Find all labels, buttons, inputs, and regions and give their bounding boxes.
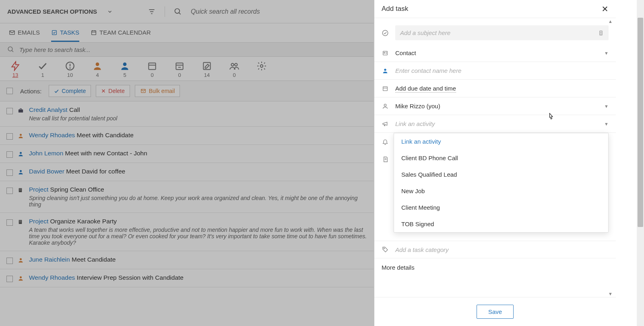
activity-option[interactable]: Client Meeting [394, 199, 608, 216]
activity-dropdown[interactable]: Link an activityClient BD Phone CallSale… [394, 133, 609, 233]
task-link[interactable]: June Raichlein [29, 256, 70, 263]
svg-point-17 [96, 62, 99, 66]
task-checkbox[interactable] [6, 169, 13, 176]
filter-icon[interactable] [147, 7, 157, 17]
select-all-checkbox[interactable] [6, 88, 13, 94]
activity-option[interactable]: Client BD Phone Call [394, 150, 608, 166]
close-icon[interactable] [601, 5, 609, 12]
svg-point-49 [382, 30, 388, 36]
svg-rect-24 [203, 62, 210, 69]
task-link[interactable]: Credit Analyst [29, 106, 68, 113]
svg-point-63 [384, 248, 384, 249]
svg-point-18 [123, 62, 127, 66]
svg-point-46 [20, 276, 22, 279]
filter-group[interactable]: 0 [226, 61, 242, 78]
filter-calendar-minus[interactable]: 0 [171, 61, 188, 78]
task-row[interactable]: Project Organize Karaoke Party A team th… [0, 213, 374, 251]
activity-option[interactable]: Sales Qualified Lead [394, 166, 608, 183]
filter-check[interactable]: 1 [35, 61, 51, 78]
svg-point-52 [601, 34, 601, 34]
task-title-text: Interview Prep Session with Candidate [75, 274, 184, 281]
task-checkbox[interactable] [6, 188, 13, 194]
advanced-search-label[interactable]: ADVANCED SEARCH OPTIONS [7, 8, 97, 15]
task-checkbox[interactable] [6, 108, 13, 114]
due-date-row[interactable]: Add due date and time [374, 80, 616, 97]
task-link[interactable]: Project [29, 186, 48, 193]
activity-row[interactable]: Link an activity ▼ [374, 115, 616, 133]
building-icon [18, 187, 24, 193]
scrollbar-thumb[interactable] [638, 18, 643, 227]
quick-search-input[interactable] [191, 8, 366, 15]
panel-body: ▲ Add a subject here Contact ▼ Enter con… [374, 18, 616, 297]
filter-edit[interactable]: 14 [199, 61, 215, 78]
filter-bar: 13 1 10 4 5 0 0 14 [0, 57, 374, 81]
assignee-row[interactable]: Mike Rizzo (you) ▼ [374, 97, 616, 115]
activity-option[interactable]: New Job [394, 183, 608, 199]
task-row[interactable]: Wendy Rhoades Interview Prep Session wit… [0, 269, 374, 287]
complete-button[interactable]: Complete [49, 85, 91, 97]
person-blue-icon [18, 151, 24, 157]
chevron-down-icon[interactable] [105, 7, 115, 17]
task-row[interactable]: Wendy Rhoades Meet with Candidate [0, 127, 374, 145]
subject-input[interactable]: Add a subject here [395, 25, 609, 40]
svg-rect-6 [52, 30, 57, 35]
main-content: ADVANCED SEARCH OPTIONS EMAILS TASKS TEA… [0, 0, 374, 326]
person-icon [382, 68, 389, 74]
filter-alert[interactable]: 10 [62, 61, 78, 78]
tab-emails[interactable]: EMAILS [9, 29, 40, 41]
task-checkbox[interactable] [6, 219, 13, 226]
task-row[interactable]: Project Spring Clean Office Spring clean… [0, 181, 374, 213]
tab-tasks[interactable]: TASKS [51, 29, 79, 42]
panel-header: Add task [374, 0, 616, 18]
task-row[interactable]: June Raichlein Meet Candidate [0, 251, 374, 269]
briefcase-icon [18, 107, 24, 113]
search-icon[interactable] [173, 7, 183, 17]
svg-rect-36 [19, 189, 20, 189]
filter-gear[interactable] [254, 61, 270, 78]
svg-rect-35 [19, 188, 22, 192]
search-icon[interactable] [7, 46, 14, 53]
task-link[interactable]: David Bower [29, 168, 64, 175]
svg-rect-7 [92, 31, 96, 35]
delete-button[interactable]: Delete [96, 85, 130, 97]
tab-team-calendar[interactable]: TEAM CALENDAR [91, 29, 151, 41]
activity-option[interactable]: Link an activity [394, 133, 608, 150]
task-link[interactable]: Wendy Rhoades [29, 132, 75, 138]
filter-person-blue[interactable]: 5 [117, 61, 133, 78]
svg-point-45 [20, 258, 22, 260]
filter-bolt[interactable]: 13 [7, 61, 23, 78]
svg-rect-58 [383, 87, 388, 91]
task-row[interactable]: John Lemon Meet with new Contact - John [0, 145, 374, 163]
svg-point-3 [175, 8, 180, 13]
svg-rect-37 [21, 189, 21, 189]
window-scrollbar[interactable] [637, 0, 644, 326]
more-details-link[interactable]: More details [374, 258, 616, 276]
svg-rect-31 [19, 109, 23, 113]
scroll-up-icon[interactable]: ▲ [608, 19, 613, 24]
task-link[interactable]: John Lemon [29, 150, 63, 157]
task-link[interactable]: Project [29, 218, 48, 225]
scroll-down-icon[interactable]: ▼ [608, 291, 613, 296]
svg-rect-43 [19, 222, 20, 222]
activity-option[interactable]: TOB Signed [394, 216, 608, 232]
save-button[interactable]: Save [477, 305, 514, 319]
chevron-down-icon: ▼ [604, 122, 609, 126]
svg-rect-42 [21, 221, 21, 221]
task-checkbox[interactable] [6, 258, 13, 264]
task-checkbox[interactable] [6, 276, 13, 282]
task-row[interactable]: David Bower Meet David for coffee [0, 163, 374, 181]
task-link[interactable]: Wendy Rhoades [29, 274, 75, 281]
task-checkbox[interactable] [6, 133, 13, 140]
tab-tasks-label: TASKS [60, 29, 79, 36]
task-search-input[interactable] [19, 46, 369, 53]
task-checkbox[interactable] [6, 151, 13, 158]
task-row[interactable]: Credit Analyst Call New call list for po… [0, 101, 374, 127]
contact-type-row[interactable]: Contact ▼ [374, 44, 616, 62]
svg-point-57 [384, 68, 386, 70]
filter-person-orange[interactable]: 4 [89, 61, 105, 78]
filter-calendar[interactable]: 0 [144, 61, 160, 78]
category-row[interactable]: Add a task category [374, 241, 616, 258]
subject-row: Add a subject here [374, 21, 616, 44]
contact-name-row[interactable]: Enter contact name here [374, 62, 616, 80]
bulk-email-button[interactable]: Bulk email [135, 85, 180, 97]
